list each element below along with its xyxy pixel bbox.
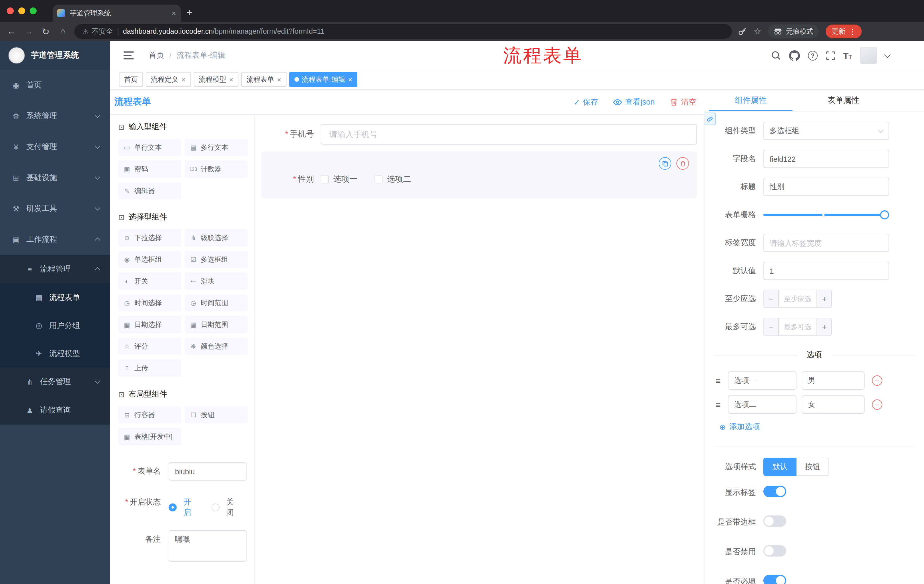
min-select-input[interactable] bbox=[779, 290, 817, 308]
tab-component-props[interactable]: 组件属性 bbox=[705, 90, 797, 111]
back-icon[interactable]: ← bbox=[6, 26, 17, 36]
fullscreen-icon[interactable] bbox=[825, 51, 835, 60]
sidebar-item-process-management[interactable]: ≡ 流程管理 bbox=[0, 255, 110, 283]
minimize-window-button[interactable] bbox=[18, 7, 25, 14]
palette-item-time-picker[interactable]: ◷时间选择 bbox=[118, 294, 181, 311]
disabled-switch[interactable] bbox=[763, 545, 786, 556]
address-bar[interactable]: ⚠ 不安全 | dashboard.yudao.iocoder.cn/bpm/m… bbox=[74, 24, 732, 39]
sidebar-item-process-form[interactable]: ▤ 流程表单 bbox=[0, 283, 110, 311]
sidebar-item-system[interactable]: ⚙ 系统管理 bbox=[0, 100, 110, 132]
required-switch[interactable] bbox=[763, 575, 786, 584]
search-icon[interactable] bbox=[771, 50, 781, 61]
reload-icon[interactable]: ↻ bbox=[40, 26, 51, 37]
canvas-field-phone[interactable]: *手机号 bbox=[261, 123, 697, 146]
security-warning[interactable]: ⚠ 不安全 bbox=[82, 26, 113, 36]
sidebar-item-process-model[interactable]: ✈ 流程模型 bbox=[0, 339, 110, 367]
increase-button[interactable]: + bbox=[817, 290, 832, 308]
palette-item-select[interactable]: ⊙下拉选择 bbox=[118, 229, 181, 246]
tag-process-model[interactable]: 流程模型 × bbox=[193, 72, 238, 87]
palette-item-radio-group[interactable]: ◉单选框组 bbox=[118, 251, 181, 268]
password-key-icon[interactable] bbox=[738, 27, 747, 36]
help-icon[interactable]: ? bbox=[808, 51, 817, 60]
status-off-radio[interactable] bbox=[211, 503, 219, 512]
zoom-window-button[interactable] bbox=[30, 7, 36, 14]
border-switch[interactable] bbox=[763, 515, 786, 527]
forward-icon[interactable]: → bbox=[23, 26, 34, 36]
tag-close-icon[interactable]: × bbox=[348, 76, 353, 83]
delete-component-button[interactable] bbox=[676, 157, 689, 170]
canvas-field-gender-selected[interactable]: *性别 选项一 选项二 bbox=[261, 151, 697, 198]
checkbox-box[interactable] bbox=[375, 175, 383, 183]
palette-item-color-picker[interactable]: ❋颜色选择 bbox=[185, 338, 248, 355]
tag-home[interactable]: 首页 bbox=[119, 72, 143, 87]
component-type-select[interactable]: 多选框组 bbox=[763, 122, 889, 140]
sidebar-item-workflow[interactable]: ▣ 工作流程 bbox=[0, 224, 110, 255]
palette-item-time-range[interactable]: ◶时间范围 bbox=[185, 294, 248, 311]
decrease-button[interactable]: − bbox=[764, 318, 779, 336]
sidebar-item-user-group[interactable]: ◎ 用户分组 bbox=[0, 311, 110, 339]
palette-item-counter[interactable]: 123计数器 bbox=[185, 161, 248, 178]
tab-form-props[interactable]: 表单属性 bbox=[797, 90, 890, 111]
view-json-button[interactable]: 查看json bbox=[613, 97, 655, 107]
label-width-input[interactable] bbox=[763, 234, 889, 252]
sidebar-item-home[interactable]: ◉ 首页 bbox=[0, 70, 110, 100]
form-canvas[interactable]: *手机号 bbox=[254, 115, 705, 584]
remove-option-button[interactable]: − bbox=[872, 375, 882, 386]
tag-close-icon[interactable]: × bbox=[229, 76, 233, 83]
avatar-caret-icon[interactable] bbox=[884, 51, 891, 58]
drag-handle-icon[interactable]: ≡ bbox=[714, 376, 723, 385]
sidebar-item-devtools[interactable]: ⚒ 研发工具 bbox=[0, 193, 110, 224]
copy-component-button[interactable] bbox=[659, 157, 671, 170]
clear-button[interactable]: 清空 bbox=[670, 97, 696, 107]
palette-item-checkbox-group[interactable]: ☑多选框组 bbox=[185, 251, 248, 268]
option-value-input[interactable] bbox=[802, 395, 865, 414]
palette-item-slider[interactable]: •–滑块 bbox=[185, 273, 248, 290]
tag-process-form-edit[interactable]: 流程表单-编辑 × bbox=[289, 72, 358, 87]
palette-item-date-range[interactable]: ▦日期范围 bbox=[185, 316, 248, 333]
drag-handle-icon[interactable]: ≡ bbox=[714, 400, 723, 410]
slider-handle[interactable] bbox=[880, 210, 889, 219]
browser-menu-icon[interactable]: ⋮ bbox=[849, 27, 856, 36]
palette-item-editor[interactable]: ✎编辑器 bbox=[118, 182, 181, 199]
remove-option-button[interactable]: − bbox=[872, 400, 882, 410]
sidebar-collapse-icon[interactable] bbox=[124, 51, 134, 59]
title-input[interactable] bbox=[763, 178, 889, 196]
status-on-radio[interactable] bbox=[169, 503, 177, 512]
browser-tab[interactable]: 芋道管理系统 × bbox=[53, 5, 181, 22]
palette-item-single-text[interactable]: ▭单行文本 bbox=[118, 139, 181, 156]
max-select-input[interactable] bbox=[779, 318, 817, 336]
palette-item-row-container[interactable]: ⊞行容器 bbox=[118, 406, 181, 423]
palette-item-date-picker[interactable]: ▦日期选择 bbox=[118, 316, 181, 333]
decrease-button[interactable]: − bbox=[764, 290, 779, 308]
add-option-button[interactable]: ⊕ 添加选项 bbox=[719, 422, 760, 432]
form-grid-slider[interactable] bbox=[763, 206, 889, 224]
new-tab-button[interactable]: + bbox=[186, 7, 192, 19]
bookmark-star-icon[interactable]: ☆ bbox=[754, 26, 761, 36]
phone-input[interactable] bbox=[321, 124, 697, 145]
breadcrumb-home[interactable]: 首页 bbox=[148, 50, 164, 61]
option-value-input[interactable] bbox=[802, 372, 865, 390]
form-name-input[interactable] bbox=[169, 462, 247, 480]
option-label-input[interactable] bbox=[728, 372, 797, 390]
home-icon[interactable]: ⌂ bbox=[57, 26, 69, 36]
increase-button[interactable]: + bbox=[817, 318, 832, 336]
gender-option2-checkbox[interactable]: 选项二 bbox=[375, 174, 411, 184]
user-avatar[interactable] bbox=[860, 47, 877, 64]
palette-item-password[interactable]: ▣密码 bbox=[118, 161, 181, 178]
tag-close-icon[interactable]: × bbox=[277, 76, 281, 83]
link-icon[interactable] bbox=[705, 113, 716, 125]
tag-process-form[interactable]: 流程表单 × bbox=[241, 72, 286, 87]
sidebar-item-infrastructure[interactable]: ⊞ 基础设施 bbox=[0, 162, 110, 193]
palette-item-button[interactable]: ☐按钮 bbox=[185, 406, 248, 423]
field-name-input[interactable] bbox=[763, 150, 889, 168]
tag-close-icon[interactable]: × bbox=[181, 76, 186, 83]
save-button[interactable]: ✓ 保存 bbox=[574, 97, 598, 107]
show-label-switch[interactable] bbox=[763, 486, 786, 497]
palette-item-table[interactable]: ▦表格[开发中] bbox=[118, 428, 181, 445]
form-remark-textarea[interactable]: 嘿嘿 bbox=[169, 530, 247, 562]
close-window-button[interactable] bbox=[7, 7, 14, 14]
palette-item-rate[interactable]: ☆评分 bbox=[118, 338, 181, 355]
gender-option1-checkbox[interactable]: 选项一 bbox=[321, 174, 357, 184]
sidebar-item-payment[interactable]: ¥ 支付管理 bbox=[0, 132, 110, 162]
github-icon[interactable] bbox=[789, 50, 800, 61]
